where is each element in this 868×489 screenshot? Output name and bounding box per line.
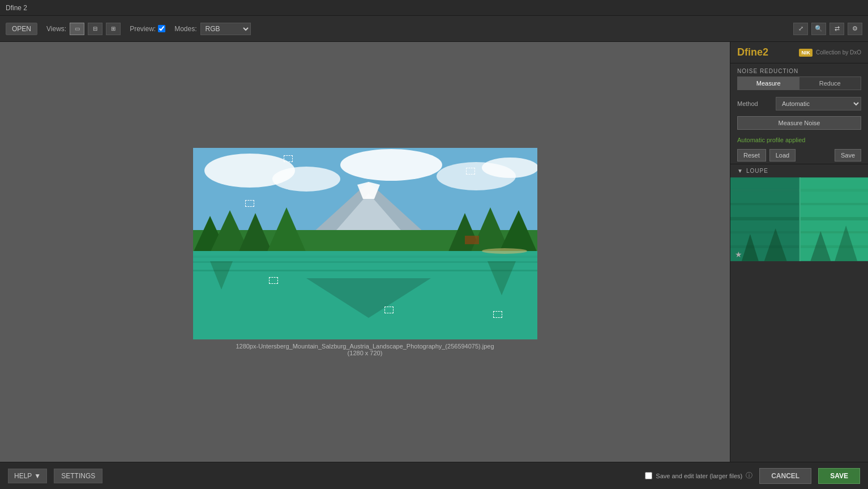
open-button[interactable]: OPEN [6, 23, 37, 35]
svg-point-3 [340, 149, 442, 181]
method-row: Method Automatic Manual [730, 95, 868, 113]
svg-rect-39 [799, 245, 869, 248]
loupe-image: ★ [730, 177, 868, 261]
save-button[interactable]: SAVE [818, 468, 860, 484]
help-label: HELP [14, 472, 32, 480]
reset-button[interactable]: Reset [737, 149, 766, 161]
noise-reduction-title: NOISE REDUCTION [730, 63, 868, 76]
loupe-star-icon[interactable]: ★ [735, 250, 742, 259]
title-bar-text: Dfine 2 [6, 4, 27, 12]
svg-rect-18 [193, 256, 537, 258]
save-profile-button[interactable]: Save [835, 149, 861, 161]
toolbar-right: ⤢ 🔍 ⇄ ⚙ [793, 23, 862, 35]
svg-point-25 [482, 248, 527, 254]
svg-point-5 [482, 158, 537, 178]
svg-rect-24 [465, 236, 479, 244]
svg-rect-27 [730, 189, 799, 192]
image-filename: 1280px-Untersberg_Mountain_Salzburg_Aust… [193, 343, 537, 350]
landscape-svg [193, 148, 537, 339]
modes-group: Modes: RGB Luminance Color [174, 23, 250, 35]
save-edit-checkbox[interactable] [645, 472, 652, 479]
views-label: Views: [46, 25, 66, 33]
save-edit-row: Save and edit later (larger files) ⓘ [645, 471, 752, 481]
main-area: 1280px-Untersberg_Mountain_Salzburg_Aust… [0, 42, 868, 462]
measure-noise-button[interactable]: Measure Noise [737, 116, 861, 130]
modes-select[interactable]: RGB Luminance Color [200, 23, 251, 35]
settings-icon-button[interactable]: ⚙ [848, 23, 862, 35]
loupe-divider [799, 177, 801, 261]
views-group: Views: ▭ ⊟ ⊞ [46, 23, 121, 35]
svg-rect-36 [799, 203, 869, 205]
bottom-right: Save and edit later (larger files) ⓘ CAN… [645, 468, 860, 484]
load-button[interactable]: Load [769, 149, 796, 161]
method-label: Method [737, 100, 771, 107]
preview-group: Preview: [130, 25, 165, 33]
svg-rect-31 [730, 245, 799, 248]
loupe-arrow-icon: ▼ [737, 168, 743, 174]
image-dimensions: (1280 x 720) [193, 350, 537, 356]
preview-label: Preview: [130, 25, 156, 33]
help-button[interactable]: HELP ▼ [8, 469, 47, 483]
fit-icon-button[interactable]: ⤢ [793, 23, 808, 35]
reduce-tab[interactable]: Reduce [799, 77, 861, 90]
method-select[interactable]: Automatic Manual [776, 97, 861, 110]
image-container: 1280px-Untersberg_Mountain_Salzburg_Aust… [193, 148, 537, 356]
title-bar: Dfine 2 [0, 0, 868, 16]
sync-button[interactable]: ⇄ [829, 23, 844, 35]
cancel-button[interactable]: CANCEL [759, 468, 811, 484]
svg-rect-19 [193, 261, 537, 263]
loupe-title: LOUPE [746, 168, 768, 174]
svg-point-2 [272, 167, 340, 192]
app-title: Dfine2 [737, 46, 768, 58]
right-panel: Dfine2 NIK Collection by DxO NOISE REDUC… [730, 42, 868, 462]
info-icon[interactable]: ⓘ [746, 471, 752, 481]
modes-label: Modes: [174, 25, 196, 33]
auto-profile-text: Automatic profile applied [730, 133, 868, 147]
svg-rect-38 [799, 231, 869, 233]
view-single-button[interactable]: ▭ [70, 23, 84, 35]
svg-rect-20 [193, 270, 537, 271]
bottom-bar: HELP ▼ SETTINGS Save and edit later (lar… [0, 462, 868, 489]
canvas-area: 1280px-Untersberg_Mountain_Salzburg_Aust… [0, 42, 730, 462]
svg-rect-37 [799, 217, 869, 220]
view-split-button[interactable]: ⊟ [88, 23, 102, 35]
image-caption: 1280px-Untersberg_Mountain_Salzburg_Aust… [193, 343, 537, 356]
svg-rect-28 [730, 203, 799, 205]
profile-actions: Reset Load Save [730, 147, 868, 164]
help-dropdown-icon: ▼ [34, 472, 41, 480]
measure-reduce-tabs: Measure Reduce [737, 76, 861, 90]
measure-tab[interactable]: Measure [738, 77, 799, 90]
zoom-in-button[interactable]: 🔍 [811, 23, 826, 35]
nik-badge: NIK [799, 49, 813, 57]
svg-rect-30 [730, 231, 799, 233]
loupe-header[interactable]: ▼ LOUPE [730, 164, 868, 177]
svg-rect-29 [730, 217, 799, 220]
view-dual-button[interactable]: ⊞ [106, 23, 121, 35]
panel-header: Dfine2 NIK Collection by DxO [730, 42, 868, 63]
preview-checkbox[interactable] [158, 25, 165, 32]
panel-logo: NIK Collection by DxO [799, 49, 861, 57]
settings-button[interactable]: SETTINGS [54, 469, 102, 483]
toolbar: OPEN Views: ▭ ⊟ ⊞ Preview: Modes: RGB Lu… [0, 16, 868, 42]
landscape-image [193, 148, 537, 339]
collection-text: Collection by DxO [816, 49, 861, 56]
svg-rect-35 [799, 189, 869, 192]
save-edit-text: Save and edit later (larger files) [656, 473, 742, 479]
